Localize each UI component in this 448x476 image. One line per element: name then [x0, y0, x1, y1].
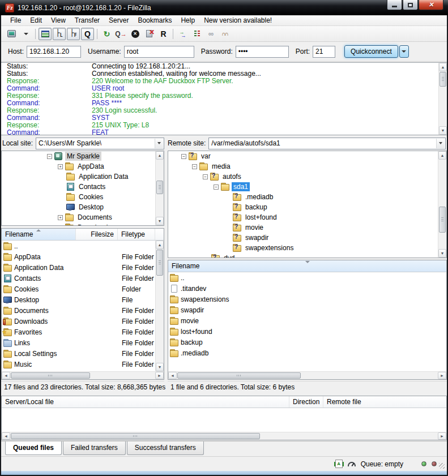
tree-row[interactable]: ?.mediadb	[168, 192, 438, 202]
tree-row[interactable]: ?backup	[168, 202, 438, 212]
combo-dropdown-icon[interactable]	[436, 139, 445, 148]
combo-dropdown-icon[interactable]	[155, 139, 163, 148]
quickconnect-dropdown-button[interactable]	[399, 45, 409, 58]
synchronized-browsing-button[interactable]: ∞	[204, 28, 217, 40]
file-row[interactable]: .titandev	[168, 283, 446, 294]
toggle-queue-button[interactable]: Q	[81, 28, 94, 40]
filter-button[interactable]: →→	[176, 28, 189, 40]
scroll-right-arrow[interactable]: ►	[155, 372, 164, 379]
scroll-thumb[interactable]	[11, 433, 260, 439]
scroll-down-arrow[interactable]: ▼	[439, 126, 447, 135]
remote-list-hscrollbar[interactable]: ◄ ►	[168, 371, 446, 379]
scroll-left-arrow[interactable]: ◄	[168, 372, 177, 379]
tree-row[interactable]: ?swapextensions	[168, 243, 438, 253]
tab-successful-transfers[interactable]: Successful transfers	[127, 441, 204, 455]
tree-row[interactable]: +Documents	[2, 212, 155, 222]
toggle-remote-tree-button[interactable]: ├F	[67, 28, 80, 40]
file-row[interactable]: ContactsFile Folder	[2, 273, 155, 284]
file-row[interactable]: Local SettingsFile Folder	[2, 348, 155, 359]
remote-site-combo[interactable]: /var/media/autofs/sda1	[208, 138, 446, 149]
password-input[interactable]	[236, 46, 289, 58]
menu-help[interactable]: Help	[176, 15, 199, 25]
file-row[interactable]: AppDataFile Folder	[2, 251, 155, 262]
local-tree-scrollbar[interactable]: ▲ ▼	[155, 151, 164, 225]
tree-row[interactable]: ?swapdir	[168, 233, 438, 243]
scroll-up-arrow[interactable]: ▲	[438, 151, 446, 160]
scroll-down-arrow[interactable]: ▼	[438, 249, 446, 258]
menu-view[interactable]: View	[46, 15, 70, 25]
column-header-server-local-file[interactable]: Server/Local file	[2, 396, 289, 408]
scroll-up-arrow[interactable]: ▲	[156, 151, 164, 160]
column-header-filetype[interactable]: Filetype	[118, 229, 155, 240]
tree-row[interactable]: −?autofs	[168, 171, 438, 182]
tree-expander-icon[interactable]: +	[58, 215, 63, 220]
file-row[interactable]: DocumentsFile Folder	[2, 305, 155, 316]
tree-expander-icon[interactable]: −	[181, 154, 186, 159]
menu-edit[interactable]: Edit	[25, 15, 46, 25]
local-list-scrollbar[interactable]: ▲ ▼	[155, 241, 164, 371]
column-header-filesize[interactable]: Filesize	[76, 229, 118, 240]
scroll-thumb[interactable]	[439, 207, 446, 233]
tree-row[interactable]: −Mr Sparkle	[2, 151, 155, 161]
tab-queued-files[interactable]: Queued files	[5, 441, 62, 455]
toggle-local-tree-button[interactable]: ├L	[53, 28, 66, 40]
scroll-up-arrow[interactable]: ▲	[439, 63, 447, 71]
refresh-button[interactable]: ↻	[100, 28, 113, 40]
scroll-left-arrow[interactable]: ◄	[2, 372, 10, 379]
remote-tree-scrollbar[interactable]: ▲ ▼	[438, 151, 446, 258]
file-row[interactable]: DesktopFile	[2, 294, 155, 305]
tree-expander-icon[interactable]: +	[58, 164, 63, 169]
log-scrollbar[interactable]: ▲ ▼	[438, 63, 447, 135]
tree-row[interactable]: ?movie	[168, 222, 438, 233]
file-row[interactable]: swapextensions	[168, 294, 446, 305]
menu-new-version-available[interactable]: New version available!	[199, 15, 276, 25]
menu-file[interactable]: File	[6, 15, 25, 25]
process-queue-button[interactable]: Q→	[114, 28, 127, 40]
scroll-right-arrow[interactable]: ►	[438, 432, 446, 440]
tree-row[interactable]: Cookies	[2, 192, 155, 202]
menu-server[interactable]: Server	[104, 15, 133, 25]
close-button[interactable]: ✕	[419, 0, 443, 10]
directory-comparison-button[interactable]	[190, 28, 203, 40]
scroll-up-arrow[interactable]: ▲	[156, 241, 164, 249]
column-header-remote-file[interactable]: Remote file	[323, 396, 446, 408]
tree-row[interactable]: −?var	[168, 151, 438, 161]
tree-expander-icon[interactable]: −	[203, 174, 208, 179]
scroll-thumb[interactable]	[177, 372, 301, 379]
file-row[interactable]: ..	[168, 272, 446, 283]
reconnect-button[interactable]: R	[157, 28, 170, 40]
file-row[interactable]: ..	[2, 241, 155, 251]
column-header-filename[interactable]: Filename	[2, 229, 76, 240]
tree-expander-icon[interactable]: +	[58, 225, 63, 226]
tree-row[interactable]: Application Data	[2, 171, 155, 182]
column-header-filename[interactable]: Filename	[168, 260, 446, 272]
minimize-button[interactable]	[387, 0, 402, 10]
file-row[interactable]: Application DataFile Folder	[2, 262, 155, 273]
tree-row[interactable]: −media	[168, 161, 438, 171]
tree-row[interactable]: +AppData	[2, 161, 155, 171]
scroll-right-arrow[interactable]: ►	[438, 372, 446, 379]
file-row[interactable]: CookiesFolder	[2, 284, 155, 294]
file-row[interactable]: lost+found	[168, 326, 446, 337]
scroll-down-arrow[interactable]: ▼	[156, 363, 164, 371]
resize-grip[interactable]	[439, 463, 445, 469]
file-row[interactable]: backup	[168, 337, 446, 348]
file-row[interactable]: MusicFile Folder	[2, 359, 155, 370]
local-site-combo[interactable]: C:\Users\Mr Sparkle\	[36, 138, 164, 149]
file-row[interactable]: .mediadb	[168, 348, 446, 358]
find-files-button[interactable]: ∩∩	[219, 28, 232, 40]
tree-expander-icon[interactable]: −	[214, 185, 219, 190]
file-row[interactable]: ★FavoritesFile Folder	[2, 327, 155, 337]
file-row[interactable]: DownloadsFile Folder	[2, 316, 155, 327]
site-manager-dropdown-button[interactable]	[19, 28, 32, 40]
menu-transfer[interactable]: Transfer	[70, 15, 104, 25]
disconnect-button[interactable]: ✕	[143, 28, 156, 40]
tree-row[interactable]: Contacts	[2, 182, 155, 192]
site-manager-button[interactable]	[5, 28, 18, 40]
maximize-button[interactable]	[403, 0, 418, 10]
scroll-down-arrow[interactable]: ▼	[156, 217, 164, 225]
scroll-thumb[interactable]	[156, 181, 163, 194]
local-list-hscrollbar[interactable]: ◄ ►	[2, 371, 164, 379]
port-input[interactable]	[313, 46, 335, 58]
tree-row[interactable]: Desktop	[2, 202, 155, 212]
